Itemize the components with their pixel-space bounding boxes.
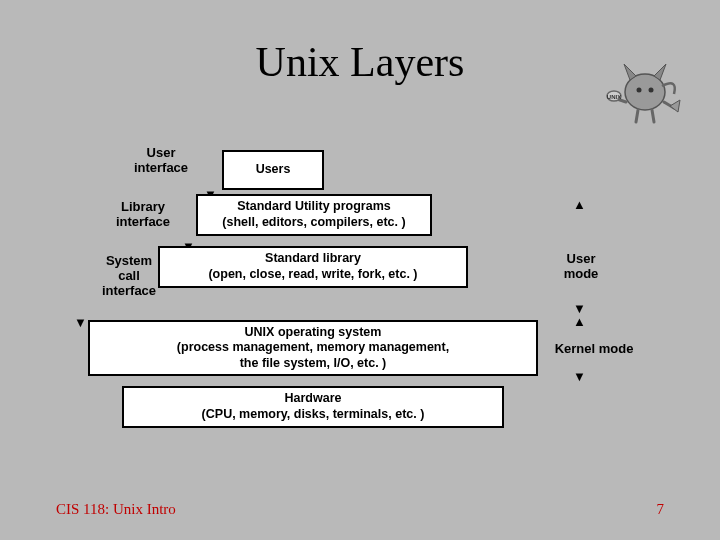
label-kernel-mode: Kernel mode [544,342,644,357]
marker-down-icon: ▼ [74,316,87,329]
box-users: Users [222,150,324,190]
svg-point-2 [649,88,654,93]
box-stdlib: Standard library(open, close, read, writ… [158,246,468,288]
svg-text:UNIX: UNIX [607,94,621,100]
bsd-daemon-icon: UNIX [606,50,684,124]
box-utilities: Standard Utility programs(shell, editors… [196,194,432,236]
box-hardware: Hardware(CPU, memory, disks, terminals, … [122,386,504,428]
svg-point-1 [637,88,642,93]
slide: Unix Layers UNIX Userinterface Libraryin… [0,0,720,540]
layers-diagram: Userinterface Libraryinterface Systemcal… [58,150,666,470]
marker-up-icon: ▲ [573,315,586,328]
marker-down-icon: ▼ [573,370,586,383]
marker-up-icon: ▲ [573,198,586,211]
label-user-interface: Userinterface [126,146,196,176]
footer-course: CIS 118: Unix Intro [56,501,176,518]
footer-page-number: 7 [657,501,665,518]
label-library-interface: Libraryinterface [108,200,178,230]
box-os: UNIX operating system(process management… [88,320,538,376]
label-syscall-interface: Systemcallinterface [94,254,164,299]
label-user-mode: Usermode [556,252,606,282]
